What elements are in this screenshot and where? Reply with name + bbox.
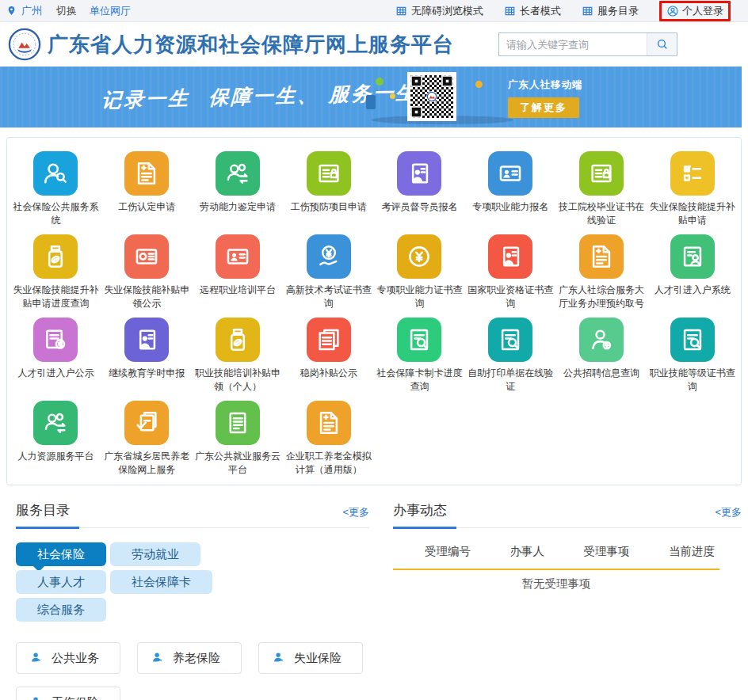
service-item[interactable]: 广东公共就业服务云平台 <box>193 401 284 477</box>
catalog-tab[interactable]: 社会保障卡 <box>110 570 212 594</box>
city-selector[interactable]: 广州 <box>21 4 42 18</box>
person-doc-icon <box>397 151 441 196</box>
unit-hall-link[interactable]: 单位网厅 <box>90 4 131 18</box>
switch-city-link[interactable]: 切换 <box>56 4 77 18</box>
yen-hand-icon <box>307 234 351 279</box>
category-button[interactable]: 养老保险 <box>137 642 242 674</box>
service-item[interactable]: 人才引进入户系统 <box>647 234 738 310</box>
service-catalog-more-link[interactable]: <更多 <box>342 505 369 519</box>
service-item[interactable]: 人才引进入户公示 <box>10 318 101 394</box>
column-header: 受理编号 <box>425 544 471 559</box>
search-input[interactable] <box>499 33 647 55</box>
id-card-icon <box>216 234 260 279</box>
service-item[interactable]: 人力资源服务平台 <box>10 401 101 477</box>
location-pin-icon <box>6 5 17 17</box>
service-item[interactable]: 远程职业培训平台 <box>193 234 284 310</box>
doc-plus-icon <box>124 151 169 196</box>
catalog-categories: 公共业务 养老保险 失业保险 工伤保险 <box>16 642 369 700</box>
person-icon <box>30 696 44 700</box>
service-item[interactable]: 稳岗补贴公示 <box>283 318 374 394</box>
activity-panel: 办事动态 <更多 受理编号办事人受理事项当前进度 暂无受理事项 <box>393 501 742 700</box>
service-item[interactable]: 企业职工养老金模拟计算（通用版） <box>283 401 374 477</box>
column-header: 办事人 <box>510 544 545 559</box>
banner-deco-phone <box>366 95 376 109</box>
search-button[interactable] <box>647 33 677 55</box>
service-item[interactable]: 技工院校毕业证书在线验证 <box>556 151 647 227</box>
service-item[interactable]: 高新技术考试证书查询 <box>283 234 374 310</box>
person-badge-icon <box>579 318 624 362</box>
card-icon <box>124 234 169 279</box>
service-item[interactable]: 专项职业能力证书查询 <box>374 234 465 310</box>
doc-money-icon <box>33 318 78 362</box>
bottle-icon <box>33 234 78 279</box>
service-item[interactable]: 失业保险技能提升补贴申请进度查询 <box>10 234 101 310</box>
site-logo <box>8 28 41 61</box>
service-item[interactable]: 公共招聘信息查询 <box>556 318 647 394</box>
doc-lock-icon <box>579 151 624 196</box>
mobile-app-promo: 广东人社移动端 了解更多 <box>508 78 583 118</box>
person-doc-icon <box>124 318 169 362</box>
catalog-tab[interactable]: 综合服务 <box>16 598 106 622</box>
service-item[interactable]: 工伤预防项目申请 <box>283 151 374 227</box>
catalog-tab[interactable]: 社会保险 <box>16 542 106 566</box>
category-button[interactable]: 工伤保险 <box>16 687 120 700</box>
app-label: 广东人社移动端 <box>508 78 583 92</box>
service-item[interactable]: 考评员督导员报名 <box>374 151 465 227</box>
grid-icon <box>582 6 593 17</box>
personal-login-button[interactable]: 个人登录 <box>659 1 731 21</box>
service-item[interactable]: 自助打印单据在线验证 <box>465 318 556 394</box>
grid-icon <box>395 6 407 17</box>
service-item[interactable]: 专项职业能力报名 <box>465 151 556 227</box>
service-item[interactable]: 失业保险技能补贴申领公示 <box>101 234 193 310</box>
section-title-activity: 办事动态 <box>393 501 447 519</box>
column-header: 受理事项 <box>584 544 630 559</box>
catalog-tab[interactable]: 劳动就业 <box>110 542 200 566</box>
topbar: 广州 切换 单位网厅 无障碍浏览模式 长者模式 服务目录 个人登录 <box>0 0 748 22</box>
accessibility-mode-link[interactable]: 无障碍浏览模式 <box>395 4 483 18</box>
learn-more-button[interactable]: 了解更多 <box>508 97 579 118</box>
bottom-section: 服务目录 <更多 社会保险劳动就业人事人才社会保障卡综合服务 公共业务 养老保险… <box>0 501 748 700</box>
bottle-icon <box>216 318 260 362</box>
page-title: 广东省人力资源和社会保障厅网上服务平台 <box>48 31 454 59</box>
service-item[interactable]: 广东省城乡居民养老保险网上服务 <box>101 401 193 477</box>
section-title-service-catalog: 服务目录 <box>16 501 70 519</box>
column-header: 当前进度 <box>669 544 715 559</box>
service-item[interactable]: 职业技能培训补贴申领（个人） <box>193 318 284 394</box>
search-icon <box>656 38 669 51</box>
category-button[interactable]: 失业保险 <box>258 642 363 674</box>
person-icon <box>151 652 165 665</box>
service-item[interactable]: 继续教育学时申报 <box>101 318 193 394</box>
doc-lock-icon <box>307 151 351 196</box>
doc-icon <box>216 401 260 445</box>
doc-search-icon <box>670 318 715 362</box>
doc-stack-icon <box>307 318 351 362</box>
service-item[interactable]: 广东人社综合服务大厅业务办理预约取号 <box>556 234 647 310</box>
service-catalog-link[interactable]: 服务目录 <box>582 4 639 18</box>
service-item[interactable]: 社会保障卡制卡进度查询 <box>374 318 465 394</box>
service-item[interactable]: 工伤认定申请 <box>101 151 193 227</box>
user-circle-icon <box>666 5 679 17</box>
checklist-icon <box>670 151 715 196</box>
table-underline <box>393 569 719 570</box>
elder-mode-link[interactable]: 长者模式 <box>504 4 561 18</box>
doc-search-icon <box>488 318 532 362</box>
category-button[interactable]: 公共业务 <box>16 642 120 674</box>
catalog-tab[interactable]: 人事人才 <box>16 570 106 594</box>
qr-code <box>407 72 456 121</box>
banner-deco-dot <box>475 81 483 88</box>
people-arrows-icon <box>216 151 260 196</box>
service-item[interactable]: 国家职业资格证书查询 <box>465 234 556 310</box>
activity-more-link[interactable]: <更多 <box>715 505 742 519</box>
people-arrows-icon <box>33 401 78 445</box>
service-item[interactable]: 劳动能力鉴定申请 <box>193 151 284 227</box>
service-item[interactable]: 社会保险公共服务系统 <box>10 151 101 227</box>
banner-deco-dot <box>376 78 384 86</box>
service-item[interactable]: 失业保险技能提升补贴申请 <box>647 151 738 227</box>
activity-table-header: 受理编号办事人受理事项当前进度 <box>393 544 742 559</box>
empty-state-text: 暂无受理事项 <box>393 576 719 592</box>
service-item[interactable]: 职业技能等级证书查询 <box>647 318 738 394</box>
service-catalog-panel: 服务目录 <更多 社会保险劳动就业人事人才社会保障卡综合服务 公共业务 养老保险… <box>16 501 369 700</box>
doc-plus-icon <box>579 234 624 279</box>
id-card-icon <box>488 151 532 196</box>
site-header: 广东省人力资源和社会保障厅网上服务平台 <box>0 22 748 67</box>
